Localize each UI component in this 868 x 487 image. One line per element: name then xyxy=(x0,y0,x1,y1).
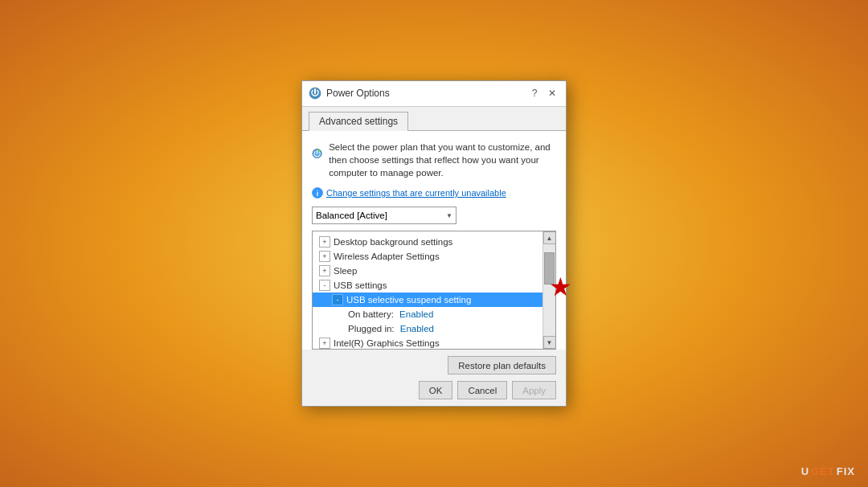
window-controls: ? ✕ xyxy=(527,86,559,100)
dialog-content: Select the power plan that you want to c… xyxy=(302,131,566,350)
tab-bar: Advanced settings xyxy=(302,107,566,131)
restore-defaults-button[interactable]: Restore plan defaults xyxy=(448,356,556,374)
link-icon: i xyxy=(312,187,323,198)
action-buttons: OK Cancel Apply xyxy=(312,381,556,399)
label-desktop-bg: Desktop background settings xyxy=(334,237,452,247)
ok-button[interactable]: OK xyxy=(419,381,453,399)
label-wireless: Wireless Adapter Settings xyxy=(334,252,440,261)
value-plugged-in: Enabled xyxy=(400,324,434,334)
power-graphic-icon xyxy=(312,141,322,166)
help-button[interactable]: ? xyxy=(527,86,542,100)
expand-sleep[interactable]: + xyxy=(319,265,330,276)
tree-item-usb[interactable]: - USB settings xyxy=(313,278,555,293)
dropdown-arrow-icon: ▼ xyxy=(446,212,452,219)
dropdown-value: Balanced [Active] xyxy=(316,211,387,220)
label-usb-suspend: USB selective suspend setting xyxy=(346,295,471,305)
svg-point-3 xyxy=(318,149,320,151)
power-options-icon xyxy=(309,87,321,100)
svg-text:i: i xyxy=(317,190,319,198)
expand-desktop-bg[interactable]: + xyxy=(319,236,330,248)
label-sleep: Sleep xyxy=(334,266,357,276)
cancel-button[interactable]: Cancel xyxy=(457,381,507,399)
expand-wireless[interactable]: + xyxy=(319,251,330,262)
tree-item-intel[interactable]: + Intel(R) Graphics Settings xyxy=(313,336,555,350)
tree-item-on-battery[interactable]: On battery: Enabled xyxy=(313,307,555,321)
watermark-get: GET xyxy=(811,465,835,477)
link-row: i Change settings that are currently una… xyxy=(312,187,556,198)
watermark: U GET FIX xyxy=(801,465,855,477)
scroll-track[interactable] xyxy=(543,244,555,336)
label-plugged-in: Plugged in: Enabled xyxy=(348,324,434,334)
label-on-battery: On battery: Enabled xyxy=(348,309,433,319)
settings-tree: + Desktop background settings + Wireless… xyxy=(312,231,556,350)
title-bar: Power Options ? ✕ xyxy=(302,81,566,107)
tree-item-wireless[interactable]: + Wireless Adapter Settings xyxy=(313,249,555,264)
watermark-u: U xyxy=(801,465,809,477)
dialog-title: Power Options xyxy=(326,88,522,99)
tree-item-sleep[interactable]: + Sleep xyxy=(313,264,555,278)
tree-item-plugged-in[interactable]: Plugged in: Enabled xyxy=(313,321,555,336)
plan-dropdown-row: Balanced [Active] ▼ xyxy=(312,207,556,224)
tree-inner: + Desktop background settings + Wireless… xyxy=(313,231,555,350)
apply-button[interactable]: Apply xyxy=(512,381,556,399)
restore-row: Restore plan defaults xyxy=(312,356,556,374)
power-plan-dropdown[interactable]: Balanced [Active] ▼ xyxy=(312,207,457,224)
footer-area: Restore plan defaults OK Cancel Apply xyxy=(302,350,566,406)
info-description: Select the power plan that you want to c… xyxy=(329,141,556,179)
label-usb: USB settings xyxy=(334,280,387,290)
power-options-dialog: Power Options ? ✕ Advanced settings Sele… xyxy=(301,80,567,407)
tree-scrollbar[interactable]: ▲ ▼ xyxy=(542,231,555,349)
scroll-thumb[interactable] xyxy=(544,252,555,284)
tree-item-usb-suspend[interactable]: - USB selective suspend setting xyxy=(313,293,555,307)
close-button[interactable]: ✕ xyxy=(545,86,559,100)
label-intel: Intel(R) Graphics Settings xyxy=(334,338,440,348)
info-section: Select the power plan that you want to c… xyxy=(312,141,556,179)
tree-item-desktop-bg[interactable]: + Desktop background settings xyxy=(313,235,555,249)
change-settings-link[interactable]: Change settings that are currently unava… xyxy=(326,188,506,198)
expand-usb[interactable]: - xyxy=(319,280,330,291)
scroll-up-button[interactable]: ▲ xyxy=(543,231,556,244)
value-on-battery: Enabled xyxy=(399,309,433,319)
expand-intel[interactable]: + xyxy=(319,338,330,349)
expand-usb-suspend[interactable]: - xyxy=(332,294,343,305)
tab-advanced-settings[interactable]: Advanced settings xyxy=(309,112,408,131)
watermark-fix: FIX xyxy=(837,465,855,477)
scroll-down-button[interactable]: ▼ xyxy=(543,336,556,349)
